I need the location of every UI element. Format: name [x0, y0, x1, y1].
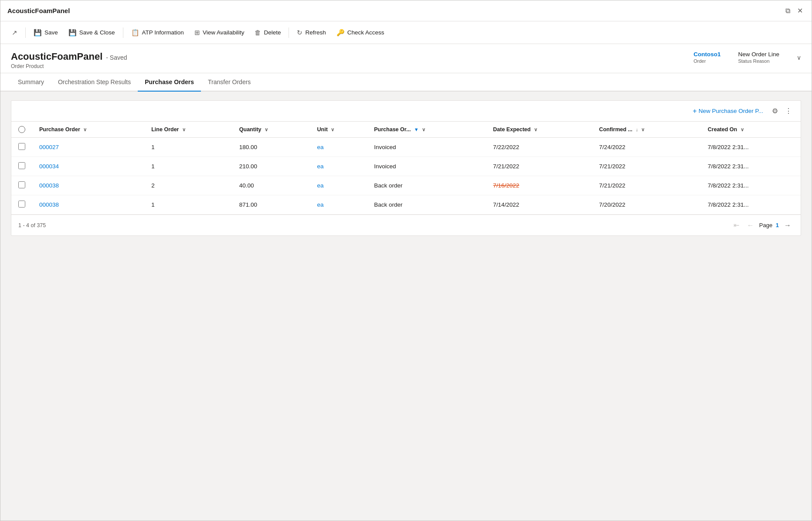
col-header-purchase-order[interactable]: Purchase Order ∨ — [32, 122, 144, 138]
purchase-order-link[interactable]: 000027 — [32, 138, 144, 157]
line-order-value: 1 — [144, 195, 232, 215]
table-row: 000038240.00eaBack order7/16/20227/21/20… — [11, 176, 801, 195]
record-title-section: AcousticFoamPanel - Saved Order Product — [11, 51, 127, 69]
atp-information-button[interactable]: 📋 ATP Information — [127, 26, 188, 39]
col-header-quantity[interactable]: Quantity ∨ — [232, 122, 310, 138]
window-title: AcousticFoamPanel — [7, 7, 70, 14]
sort-icon-line-order: ∨ — [182, 127, 186, 132]
toolbar-separator-1 — [25, 27, 26, 38]
atp-label: ATP Information — [142, 29, 184, 36]
delete-label: Delete — [264, 29, 281, 36]
table-row: 0000341210.00eaInvoiced7/21/20227/21/202… — [11, 157, 801, 176]
open-in-new-icon: ↗ — [12, 29, 17, 37]
tab-summary[interactable]: Summary — [11, 73, 51, 92]
save-icon: 💾 — [34, 29, 42, 37]
select-all-cell[interactable] — [11, 122, 32, 138]
status-meta-item: New Order Line Status Reason — [738, 51, 779, 64]
grid-toolbar: + New Purchase Order P... ⚙ ⋮ — [11, 101, 801, 122]
row-select-checkbox[interactable] — [18, 143, 25, 150]
col-label-created-on: Created On — [708, 126, 737, 133]
sort-icon-created-on: ∨ — [741, 127, 744, 132]
col-label-status: Purchase Or... — [374, 126, 411, 133]
confirmed-value: 7/21/2022 — [592, 176, 701, 195]
sort-icon-purchase-order: ∨ — [83, 127, 87, 132]
next-page-button[interactable]: → — [781, 221, 794, 230]
saved-label: - Saved — [106, 54, 127, 61]
col-header-line-order[interactable]: Line Order ∨ — [144, 122, 232, 138]
restore-button[interactable]: ⧉ — [784, 5, 792, 17]
status-value: Invoiced — [367, 138, 486, 157]
sort-icon-date-expected: ∨ — [534, 127, 537, 132]
prev-page-button[interactable]: ← — [744, 221, 757, 230]
page-label: Page 1 — [759, 222, 779, 228]
sort-icon-unit: ∨ — [331, 127, 334, 132]
tab-purchase-orders[interactable]: Purchase Orders — [138, 73, 201, 92]
open-new-window-button[interactable]: ↗ — [7, 26, 22, 39]
line-order-value: 1 — [144, 138, 232, 157]
filter-icon-status: ▼ — [414, 127, 419, 132]
check-access-label: Check Access — [347, 29, 384, 36]
created-on-value: 7/8/2022 2:31... — [701, 157, 801, 176]
purchase-orders-table: Purchase Order ∨ Line Order ∨ Quantity ∨ — [11, 122, 801, 215]
save-close-label: Save & Close — [79, 29, 115, 36]
row-select-checkbox[interactable] — [18, 201, 25, 208]
close-button[interactable]: ✕ — [795, 5, 805, 17]
row-select-checkbox[interactable] — [18, 162, 25, 169]
first-page-button[interactable]: ⇤ — [731, 220, 742, 230]
view-availability-button[interactable]: ⊞ View Availability — [190, 26, 249, 39]
row-select-checkbox[interactable] — [18, 181, 25, 188]
refresh-icon: ↻ — [297, 29, 302, 37]
record-header: AcousticFoamPanel - Saved Order Product … — [0, 44, 812, 73]
save-close-icon: 💾 — [68, 29, 77, 37]
settings-icon[interactable]: ⚙ — [770, 105, 780, 117]
new-purchase-order-label: New Purchase Order P... — [699, 108, 763, 114]
table-row: 0000381871.00eaBack order7/14/20227/20/2… — [11, 195, 801, 215]
refresh-button[interactable]: ↻ Refresh — [292, 26, 330, 39]
status-value: Back order — [367, 195, 486, 215]
col-header-created-on[interactable]: Created On ∨ — [701, 122, 801, 138]
status-label: Status Reason — [738, 58, 779, 64]
col-header-status[interactable]: Purchase Or... ▼ ∨ — [367, 122, 486, 138]
col-header-confirmed[interactable]: Confirmed ... ↓ ∨ — [592, 122, 701, 138]
check-access-icon: 🔑 — [336, 29, 345, 37]
sort-icon-status: ∨ — [422, 127, 425, 132]
grid-container: + New Purchase Order P... ⚙ ⋮ Purchase O… — [11, 100, 801, 236]
unit-value[interactable]: ea — [310, 138, 367, 157]
unit-value[interactable]: ea — [310, 176, 367, 195]
unit-value[interactable]: ea — [310, 195, 367, 215]
chevron-down-icon[interactable]: ∨ — [797, 54, 801, 61]
tab-transfer-orders[interactable]: Transfer Orders — [201, 73, 258, 92]
save-close-button[interactable]: 💾 Save & Close — [64, 26, 119, 39]
order-meta-item: Contoso1 Order — [693, 51, 720, 64]
plus-icon: + — [693, 107, 696, 115]
purchase-order-link[interactable]: 000038 — [32, 176, 144, 195]
record-subtitle: Order Product — [11, 63, 127, 69]
record-title: AcousticFoamPanel — [11, 51, 102, 62]
new-purchase-order-button[interactable]: + New Purchase Order P... — [689, 106, 767, 117]
created-on-value: 7/8/2022 2:31... — [701, 138, 801, 157]
status-value: Invoiced — [367, 157, 486, 176]
tab-orchestration[interactable]: Orchestration Step Results — [51, 73, 138, 92]
page-text: Page — [759, 222, 772, 228]
select-all-checkbox[interactable] — [18, 126, 25, 133]
purchase-order-link[interactable]: 000034 — [32, 157, 144, 176]
more-options-icon[interactable]: ⋮ — [783, 105, 794, 117]
save-button[interactable]: 💾 Save — [29, 26, 62, 39]
table-row: 0000271180.00eaInvoiced7/22/20227/24/202… — [11, 138, 801, 157]
line-order-value: 2 — [144, 176, 232, 195]
order-value[interactable]: Contoso1 — [693, 51, 720, 58]
purchase-order-link[interactable]: 000038 — [32, 195, 144, 215]
col-header-date-expected[interactable]: Date Expected ∨ — [486, 122, 592, 138]
order-label: Order — [693, 58, 720, 64]
unit-value[interactable]: ea — [310, 157, 367, 176]
sort-icon-confirmed-desc: ↓ — [636, 127, 639, 132]
check-access-button[interactable]: 🔑 Check Access — [332, 26, 389, 39]
confirmed-value: 7/24/2022 — [592, 138, 701, 157]
sort-icon-quantity: ∨ — [265, 127, 268, 132]
delete-button[interactable]: 🗑 Delete — [250, 26, 285, 39]
date-expected-value: 7/22/2022 — [486, 138, 592, 157]
col-label-unit: Unit — [317, 126, 328, 133]
range-label: 1 - 4 of 375 — [18, 222, 46, 228]
date-expected-value: 7/21/2022 — [486, 157, 592, 176]
col-header-unit[interactable]: Unit ∨ — [310, 122, 367, 138]
